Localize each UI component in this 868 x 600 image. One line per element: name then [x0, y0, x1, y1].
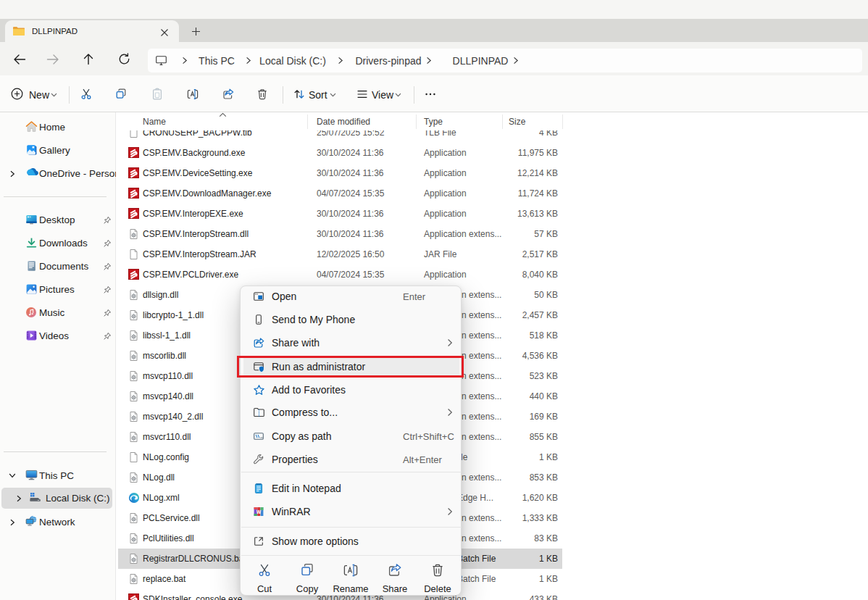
svg-text:W: W: [256, 509, 262, 514]
